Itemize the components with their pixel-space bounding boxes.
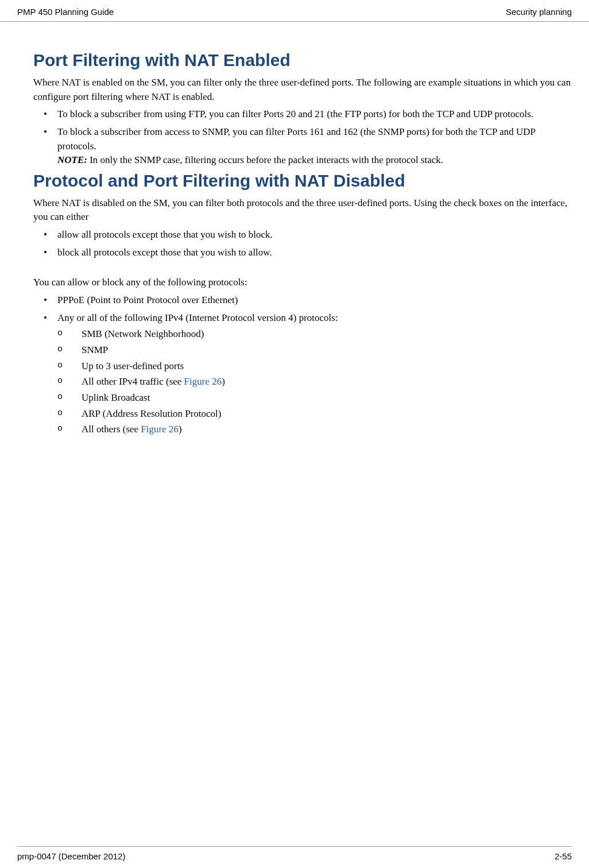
note-text: In only the SNMP case, filtering occurs … <box>87 154 443 165</box>
sub-snmp: SNMP <box>57 343 572 358</box>
section2-protocols: PPPoE (Point to Point Protocol over Ethe… <box>33 293 572 437</box>
ipv4-sublist: SMB (Network Neighborhood) SNMP Up to 3 … <box>57 327 572 436</box>
section1-bullet1: To block a subscriber from using FTP, yo… <box>33 107 572 122</box>
section2-followup: You can allow or block any of the follow… <box>33 276 572 290</box>
section2-bullet1: allow all protocols except those that yo… <box>33 228 572 242</box>
section1-intro: Where NAT is enabled on the SM, you can … <box>33 76 572 104</box>
note-label: NOTE: <box>57 154 87 165</box>
proto-ipv4-text: Any or all of the following IPv4 (Intern… <box>57 312 338 323</box>
sub-all-others: All others (see Figure 26) <box>57 423 572 437</box>
sub-uplink: Uplink Broadcast <box>57 391 572 405</box>
sub7-pre: All others (see <box>82 424 141 435</box>
figure-26-link-1[interactable]: Figure 26 <box>184 376 222 387</box>
footer-left: pmp-0047 (December 2012) <box>17 851 125 861</box>
main-content: Port Filtering with NAT Enabled Where NA… <box>0 22 589 437</box>
sub4-pre: All other IPv4 traffic (see <box>82 376 184 387</box>
page-header: PMP 450 Planning Guide Security planning <box>0 0 589 22</box>
sub-smb: SMB (Network Neighborhood) <box>57 327 572 342</box>
header-right: Security planning <box>506 7 572 17</box>
header-left: PMP 450 Planning Guide <box>17 7 114 17</box>
footer-right: 2-55 <box>555 851 572 861</box>
sub7-post: ) <box>179 424 182 435</box>
sub-userports: Up to 3 user-defined ports <box>57 359 572 374</box>
section2-bullets-either: allow all protocols except those that yo… <box>33 228 572 259</box>
section1-bullets: To block a subscriber from using FTP, yo… <box>33 107 572 168</box>
sub-other-ipv4: All other IPv4 traffic (see Figure 26) <box>57 375 572 389</box>
section2-bullet2: block all protocols except those that yo… <box>33 246 572 260</box>
page-footer: pmp-0047 (December 2012) 2-55 <box>17 846 572 861</box>
sub4-post: ) <box>222 376 225 387</box>
section1-bullet2: To block a subscriber from access to SNM… <box>33 125 572 168</box>
figure-26-link-2[interactable]: Figure 26 <box>141 424 179 435</box>
proto-ipv4: Any or all of the following IPv4 (Intern… <box>33 311 572 437</box>
section1-title: Port Filtering with NAT Enabled <box>33 51 572 70</box>
proto-pppoe: PPPoE (Point to Point Protocol over Ethe… <box>33 293 572 308</box>
sub-arp: ARP (Address Resolution Protocol) <box>57 407 572 421</box>
section2-intro: Where NAT is disabled on the SM, you can… <box>33 196 572 224</box>
section1-bullet2-text: To block a subscriber from access to SNM… <box>57 126 535 152</box>
section2-title: Protocol and Port Filtering with NAT Dis… <box>33 171 572 191</box>
